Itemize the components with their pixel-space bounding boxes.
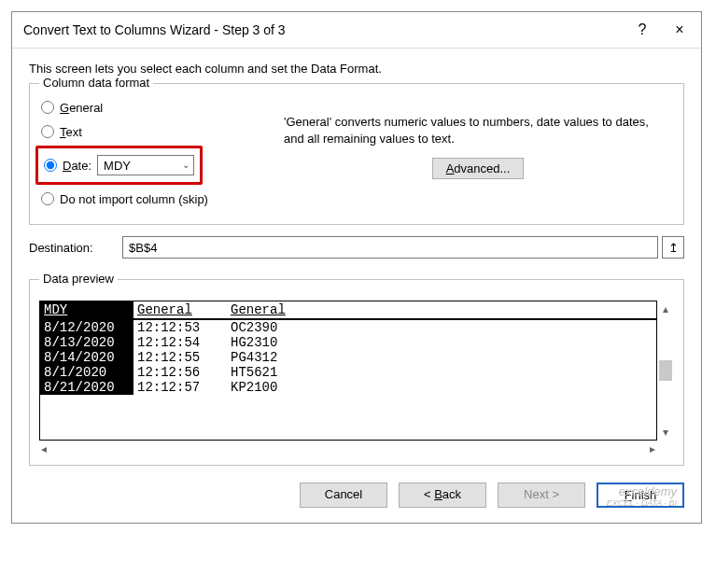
radio-date[interactable]: Date: MDY ⌄ <box>44 155 194 175</box>
preview-header-c3[interactable]: General <box>227 301 656 318</box>
table-row[interactable]: 8/14/202012:12:55PG4312 <box>40 350 656 365</box>
intro-text: This screen lets you select each column … <box>29 62 684 76</box>
radio-skip-label: Do not import column (skip) <box>60 192 208 206</box>
cell-time: 12:12:55 <box>133 350 227 365</box>
radio-text[interactable]: Text <box>41 121 274 142</box>
back-button[interactable]: < Back <box>399 483 486 508</box>
date-format-value: MDY <box>104 159 131 173</box>
radio-skip[interactable]: Do not import column (skip) <box>41 189 274 209</box>
dialog-title: Convert Text to Columns Wizard - Step 3 … <box>23 22 615 37</box>
advanced-button[interactable]: Advanced... <box>432 158 525 179</box>
horizontal-scrollbar[interactable]: ◂ ▸ <box>39 442 674 455</box>
table-row[interactable]: 8/13/202012:12:54HG2310 <box>40 335 656 350</box>
highlight-date-row: Date: MDY ⌄ <box>35 146 203 185</box>
radio-text-input[interactable] <box>41 125 54 138</box>
legend-column-format: Column data format <box>39 76 153 90</box>
radio-date-label: Date: <box>63 159 91 173</box>
footer-buttons: Cancel < Back Next > Finish <box>29 479 684 508</box>
cell-date: 8/14/2020 <box>40 350 133 365</box>
radio-general-label: General <box>60 101 103 115</box>
destination-label: Destination: <box>29 241 122 255</box>
destination-row: Destination: $B$4 ↥ <box>29 236 684 259</box>
cell-code: HT5621 <box>227 365 656 380</box>
dialog-body: This screen lets you select each column … <box>12 49 701 523</box>
preview-grid[interactable]: MDY General General 8/12/202012:12:53OC2… <box>39 301 657 441</box>
help-icon[interactable]: ? <box>632 20 653 40</box>
cell-time: 12:12:56 <box>133 365 227 380</box>
fieldset-data-preview: Data preview MDY General General 8/12/20… <box>29 279 684 466</box>
preview-header: MDY General General <box>40 301 656 320</box>
radio-text-label: Text <box>60 125 82 139</box>
cell-date: 8/1/2020 <box>40 365 133 380</box>
preview-header-c1[interactable]: MDY <box>40 301 133 318</box>
scroll-right-icon[interactable]: ▸ <box>648 442 657 455</box>
radio-date-input[interactable] <box>44 159 57 172</box>
finish-button[interactable]: Finish <box>597 483 684 508</box>
chevron-down-icon: ⌄ <box>182 160 190 170</box>
preview-rows: 8/12/202012:12:53OC23908/13/202012:12:54… <box>40 320 656 395</box>
next-button[interactable]: Next > <box>498 483 585 508</box>
radio-general[interactable]: General <box>41 97 274 118</box>
dialog-convert-text-to-columns: Convert Text to Columns Wizard - Step 3 … <box>11 11 702 524</box>
cell-date: 8/13/2020 <box>40 335 133 350</box>
cell-code: OC2390 <box>227 320 656 335</box>
collapse-dialog-icon[interactable]: ↥ <box>662 236 684 259</box>
scroll-left-icon[interactable]: ◂ <box>39 442 49 455</box>
destination-input[interactable]: $B$4 <box>122 236 658 259</box>
cell-date: 8/12/2020 <box>40 320 133 335</box>
titlebar: Convert Text to Columns Wizard - Step 3 … <box>12 12 701 49</box>
table-row[interactable]: 8/12/202012:12:53OC2390 <box>40 320 656 335</box>
cell-code: HG2310 <box>227 335 656 350</box>
format-hint: 'General' converts numeric values to num… <box>284 114 672 147</box>
radio-general-input[interactable] <box>41 101 54 114</box>
cancel-button[interactable]: Cancel <box>300 483 387 508</box>
format-hint-column: 'General' converts numeric values to num… <box>274 93 672 213</box>
preview-header-c2[interactable]: General <box>133 301 227 318</box>
cell-time: 12:12:54 <box>133 335 227 350</box>
radio-column: General Text Date: MDY ⌄ <box>41 93 274 213</box>
scroll-down-icon[interactable]: ▾ <box>661 424 670 441</box>
scroll-up-icon[interactable]: ▴ <box>661 301 670 317</box>
legend-data-preview: Data preview <box>39 272 118 286</box>
cell-code: PG4312 <box>227 350 656 365</box>
cell-date: 8/21/2020 <box>40 380 133 395</box>
vertical-scrollbar[interactable]: ▴ ▾ <box>657 301 674 441</box>
date-format-select[interactable]: MDY ⌄ <box>97 155 194 175</box>
table-row[interactable]: 8/21/202012:12:57KP2100 <box>40 380 656 395</box>
cell-code: KP2100 <box>227 380 656 395</box>
fieldset-column-format: Column data format General Text Date: <box>29 83 684 225</box>
cell-time: 12:12:53 <box>133 320 227 335</box>
scroll-thumb[interactable] <box>659 360 672 381</box>
close-icon[interactable]: × <box>669 20 690 40</box>
cell-time: 12:12:57 <box>133 380 227 395</box>
table-row[interactable]: 8/1/202012:12:56HT5621 <box>40 365 656 380</box>
radio-skip-input[interactable] <box>41 192 54 205</box>
